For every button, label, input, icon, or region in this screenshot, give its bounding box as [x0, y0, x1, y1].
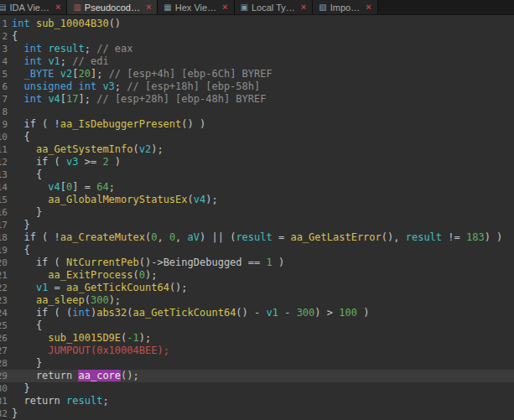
tab-ida-view[interactable]: ▤IDA Vie…× [0, 0, 67, 14]
code-line[interactable]: 19 { [0, 244, 514, 257]
line-number: 23 [0, 294, 8, 307]
code-line[interactable]: 11 aa_GetSystemInfo(v2); [0, 143, 514, 156]
code-text: int v1; // edi [12, 55, 109, 68]
code-line[interactable]: 27 JUMPOUT(0x10004BEE); [0, 345, 514, 357]
code-line[interactable]: 29 return aa_core(); [0, 370, 514, 382]
code-text: } [12, 357, 42, 370]
code-token: ]; [91, 68, 109, 80]
code-line[interactable]: 20 if ( NtCurrentPeb()->BeingDebugged ==… [0, 257, 514, 269]
code-token: aa_ExitProcess [48, 269, 132, 281]
tab-label: Impo… [330, 3, 360, 13]
code-line[interactable]: 21 aa_ExitProcess(0); [0, 269, 514, 282]
code-line[interactable]: 8 [0, 106, 514, 118]
code-token [12, 194, 48, 205]
line-number: 5 [0, 68, 8, 80]
code-text: unsigned int v3; // [esp+18h] [ebp-58h] [12, 80, 260, 93]
line-number: 9 [0, 118, 8, 131]
code-token: 1 [266, 257, 272, 268]
code-text: { [12, 319, 42, 332]
code-line[interactable]: 31 return result; [0, 395, 514, 407]
code-line[interactable]: 3 int result; // eax [0, 43, 514, 55]
code-text: v1 = aa_GetTickCount64(); [12, 282, 188, 294]
code-line[interactable]: 32} [0, 407, 514, 420]
code-line[interactable]: 17 } [0, 219, 514, 231]
code-line[interactable]: 15 aa_GlobalMemoryStatusEx(v4); [0, 194, 514, 206]
line-number: 2 [0, 30, 8, 43]
line-number: 6 [0, 80, 8, 93]
code-text: if ( !aa_IsDebuggerPresent() ) [12, 118, 205, 131]
code-token: if ( [12, 257, 66, 268]
code-text: if ( (int)abs32(aa_GetTickCount64() - v1… [12, 307, 369, 319]
code-text: aa_GetSystemInfo(v2); [12, 143, 164, 156]
code-line[interactable]: 9 if ( !aa_IsDebuggerPresent() ) [0, 118, 514, 131]
imports-icon: ▧ [319, 3, 326, 12]
ida-view-icon: ▤ [0, 3, 6, 12]
code-token: ); [145, 269, 157, 281]
code-token: { [12, 169, 42, 180]
code-token: ( [127, 307, 132, 319]
code-line[interactable]: 1int sub_10004B30() [0, 18, 514, 30]
code-token [12, 93, 23, 105]
code-token [12, 181, 48, 193]
code-token: ()->BeingDebugged == [139, 257, 267, 268]
code-token: ]; [79, 93, 97, 105]
code-line[interactable]: 12 if ( v3 >= 2 ) [0, 156, 514, 169]
code-token [12, 269, 48, 281]
code-line[interactable]: 24 if ( (int)abs32(aa_GetTickCount64() -… [0, 307, 514, 319]
code-token: 20 [79, 68, 91, 80]
code-token [12, 43, 23, 54]
code-line[interactable]: 22 v1 = aa_GetTickCount64(); [0, 282, 514, 294]
code-token: sub_10004B30 [36, 18, 109, 29]
code-token: () - [236, 307, 266, 319]
code-token: int [23, 93, 42, 105]
tab-close-icon[interactable]: × [55, 3, 60, 12]
code-line[interactable]: 10 { [0, 131, 514, 143]
line-number: 13 [0, 169, 8, 181]
code-line[interactable]: 13 { [0, 169, 514, 181]
code-line[interactable]: 14 v4[0] = 64; [0, 181, 514, 194]
tab-hex-view[interactable]: ▦Hex Vie…× [158, 0, 234, 14]
code-token: [ [60, 181, 66, 193]
tab-label: Pseudocod… [85, 3, 140, 13]
code-line[interactable]: 25 { [0, 319, 514, 332]
line-number: 32 [0, 407, 8, 420]
code-text: } [12, 407, 18, 420]
tab-close-icon[interactable]: × [366, 3, 371, 12]
code-line[interactable]: 26 sub_10015D9E(-1); [0, 332, 514, 345]
tab-label: Hex Vie… [175, 3, 216, 13]
code-line[interactable]: 2{ [0, 30, 514, 43]
code-line[interactable]: 30 } [0, 382, 514, 395]
code-token: } [12, 407, 18, 419]
tab-label: Local Ty… [252, 3, 295, 13]
code-line[interactable]: 18 if ( !aa_CreateMutex(0, 0, aV) || (re… [0, 231, 514, 244]
code-token: ; [109, 181, 115, 193]
hex-view-icon: ▦ [164, 3, 171, 12]
code-token: // [esp+4h] [ebp-6Ch] BYREF [109, 68, 273, 80]
highlighted-identifier: aa_core [78, 370, 121, 381]
code-line[interactable]: 7 int v4[17]; // [esp+28h] [ebp-48h] BYR… [0, 93, 514, 106]
code-token: aa_GetTickCount64 [66, 282, 169, 293]
code-line[interactable]: 5 _BYTE v2[20]; // [esp+4h] [ebp-6Ch] BY… [0, 68, 514, 80]
line-number: 10 [0, 131, 8, 143]
tab-local-types[interactable]: ▣Local Ty…× [235, 0, 314, 14]
code-token: 183 [466, 231, 485, 243]
code-token: result [66, 395, 102, 407]
code-line[interactable]: 23 aa_sleep(300); [0, 294, 514, 307]
tab-close-icon[interactable]: × [146, 3, 151, 12]
code-token: int [12, 18, 30, 29]
tab-imports[interactable]: ▧Impo…× [313, 0, 377, 14]
code-line[interactable]: 28 } [0, 357, 514, 370]
line-number: 15 [0, 194, 8, 206]
code-text: int sub_10004B30() [12, 18, 121, 30]
code-token: aV [188, 231, 200, 243]
line-number: 26 [0, 332, 8, 345]
line-number: 31 [0, 395, 8, 407]
code-token: // eax [96, 43, 132, 54]
code-line[interactable]: 6 unsigned int v3; // [esp+18h] [ebp-58h… [0, 80, 514, 93]
tab-close-icon[interactable]: × [301, 3, 306, 12]
tab-pseudocode[interactable]: ▥Pseudocod…× [67, 0, 158, 14]
code-line[interactable]: 4 int v1; // edi [0, 55, 514, 68]
tab-close-icon[interactable]: × [222, 3, 227, 12]
code-text: if ( NtCurrentPeb()->BeingDebugged == 1 … [12, 257, 284, 269]
code-line[interactable]: 16 } [0, 206, 514, 219]
